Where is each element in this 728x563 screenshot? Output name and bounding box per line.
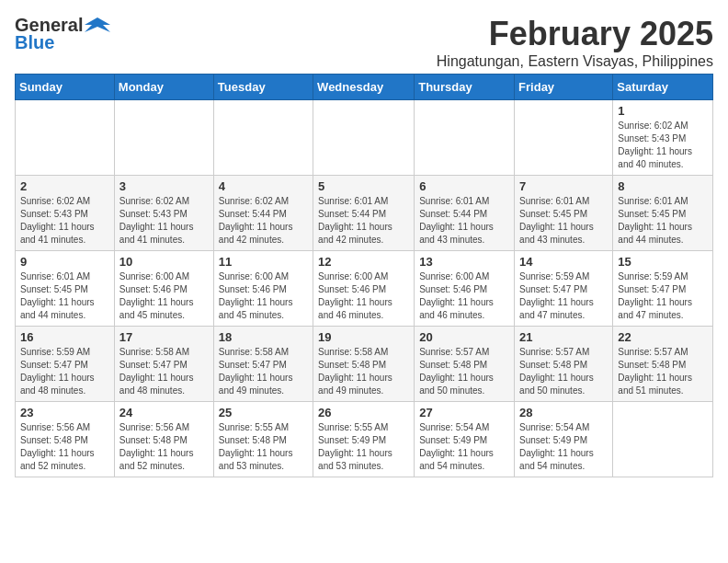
day-info: Sunrise: 6:01 AM Sunset: 5:45 PM Dayligh… (618, 195, 708, 247)
day-info: Sunrise: 5:57 AM Sunset: 5:48 PM Dayligh… (519, 346, 608, 397)
day-number: 5 (318, 179, 409, 193)
day-info: Sunrise: 6:00 AM Sunset: 5:46 PM Dayligh… (318, 270, 409, 322)
day-cell: 9Sunrise: 6:01 AM Sunset: 5:45 PM Daylig… (16, 251, 115, 327)
week-row-4: 23Sunrise: 5:56 AM Sunset: 5:48 PM Dayli… (16, 402, 713, 477)
day-info: Sunrise: 5:54 AM Sunset: 5:49 PM Dayligh… (419, 421, 509, 473)
logo-blue: Blue (15, 32, 54, 53)
day-info: Sunrise: 6:00 AM Sunset: 5:46 PM Dayligh… (219, 270, 308, 322)
day-number: 16 (20, 330, 109, 344)
day-info: Sunrise: 6:01 AM Sunset: 5:45 PM Dayligh… (20, 270, 109, 322)
day-cell: 23Sunrise: 5:56 AM Sunset: 5:48 PM Dayli… (16, 402, 115, 477)
day-number: 3 (119, 179, 209, 193)
day-number: 11 (219, 255, 308, 269)
day-cell (213, 100, 313, 176)
day-number: 20 (419, 330, 509, 344)
day-number: 1 (618, 104, 708, 118)
day-cell: 3Sunrise: 6:02 AM Sunset: 5:43 PM Daylig… (114, 176, 213, 251)
day-cell (613, 402, 713, 477)
day-info: Sunrise: 5:59 AM Sunset: 5:47 PM Dayligh… (618, 270, 708, 322)
day-number: 7 (519, 179, 608, 193)
day-info: Sunrise: 6:01 AM Sunset: 5:44 PM Dayligh… (419, 195, 509, 247)
day-number: 2 (20, 179, 109, 193)
day-cell (313, 100, 415, 176)
day-number: 24 (119, 406, 209, 419)
day-cell: 10Sunrise: 6:00 AM Sunset: 5:46 PM Dayli… (114, 251, 213, 327)
col-header-friday: Friday (515, 75, 613, 100)
day-number: 27 (419, 406, 509, 419)
day-cell: 26Sunrise: 5:55 AM Sunset: 5:49 PM Dayli… (313, 402, 415, 477)
title-section: February 2025 Hingatungan, Eastern Visay… (437, 15, 713, 70)
col-header-sunday: Sunday (16, 75, 115, 100)
day-number: 18 (219, 330, 308, 344)
day-number: 21 (519, 330, 608, 344)
week-row-3: 16Sunrise: 5:59 AM Sunset: 5:47 PM Dayli… (16, 327, 713, 402)
calendar-subtitle: Hingatungan, Eastern Visayas, Philippine… (437, 53, 713, 70)
calendar-table: SundayMondayTuesdayWednesdayThursdayFrid… (15, 74, 713, 477)
day-cell (16, 100, 115, 176)
day-info: Sunrise: 5:57 AM Sunset: 5:48 PM Dayligh… (618, 346, 708, 397)
day-info: Sunrise: 5:55 AM Sunset: 5:49 PM Dayligh… (318, 421, 409, 473)
day-info: Sunrise: 6:02 AM Sunset: 5:43 PM Dayligh… (618, 120, 708, 171)
day-number: 17 (119, 330, 209, 344)
day-cell: 12Sunrise: 6:00 AM Sunset: 5:46 PM Dayli… (313, 251, 415, 327)
header: General Blue February 2025 Hingatungan, … (15, 15, 713, 70)
day-cell: 11Sunrise: 6:00 AM Sunset: 5:46 PM Dayli… (213, 251, 313, 327)
day-info: Sunrise: 5:58 AM Sunset: 5:48 PM Dayligh… (318, 346, 409, 397)
day-info: Sunrise: 5:56 AM Sunset: 5:48 PM Dayligh… (119, 421, 209, 473)
day-info: Sunrise: 5:54 AM Sunset: 5:49 PM Dayligh… (519, 421, 608, 473)
day-number: 23 (20, 406, 109, 419)
day-number: 8 (618, 179, 708, 193)
day-cell: 22Sunrise: 5:57 AM Sunset: 5:48 PM Dayli… (613, 327, 713, 402)
day-number: 22 (618, 330, 708, 344)
col-header-monday: Monday (114, 75, 213, 100)
day-cell: 16Sunrise: 5:59 AM Sunset: 5:47 PM Dayli… (16, 327, 115, 402)
col-header-wednesday: Wednesday (313, 75, 415, 100)
day-number: 6 (419, 179, 509, 193)
day-cell (415, 100, 515, 176)
day-cell: 8Sunrise: 6:01 AM Sunset: 5:45 PM Daylig… (613, 176, 713, 251)
day-cell: 24Sunrise: 5:56 AM Sunset: 5:48 PM Dayli… (114, 402, 213, 477)
day-number: 25 (219, 406, 308, 419)
day-info: Sunrise: 6:02 AM Sunset: 5:43 PM Dayligh… (119, 195, 209, 247)
col-header-tuesday: Tuesday (213, 75, 313, 100)
day-cell: 1Sunrise: 6:02 AM Sunset: 5:43 PM Daylig… (613, 100, 713, 176)
week-row-0: 1Sunrise: 6:02 AM Sunset: 5:43 PM Daylig… (16, 100, 713, 176)
calendar-title: February 2025 (437, 15, 713, 53)
day-info: Sunrise: 5:56 AM Sunset: 5:48 PM Dayligh… (20, 421, 109, 473)
col-header-thursday: Thursday (415, 75, 515, 100)
day-cell: 20Sunrise: 5:57 AM Sunset: 5:48 PM Dayli… (415, 327, 515, 402)
logo: General Blue (15, 15, 110, 53)
day-cell: 6Sunrise: 6:01 AM Sunset: 5:44 PM Daylig… (415, 176, 515, 251)
day-number: 4 (219, 179, 308, 193)
day-info: Sunrise: 5:59 AM Sunset: 5:47 PM Dayligh… (519, 270, 608, 322)
day-cell: 14Sunrise: 5:59 AM Sunset: 5:47 PM Dayli… (515, 251, 613, 327)
day-cell: 13Sunrise: 6:00 AM Sunset: 5:46 PM Dayli… (415, 251, 515, 327)
day-cell: 18Sunrise: 5:58 AM Sunset: 5:47 PM Dayli… (213, 327, 313, 402)
day-info: Sunrise: 6:02 AM Sunset: 5:43 PM Dayligh… (20, 195, 109, 247)
day-number: 12 (318, 255, 409, 269)
day-cell: 15Sunrise: 5:59 AM Sunset: 5:47 PM Dayli… (613, 251, 713, 327)
day-number: 9 (20, 255, 109, 269)
day-number: 13 (419, 255, 509, 269)
day-info: Sunrise: 6:00 AM Sunset: 5:46 PM Dayligh… (119, 270, 209, 322)
day-number: 19 (318, 330, 409, 344)
day-info: Sunrise: 6:02 AM Sunset: 5:44 PM Dayligh… (219, 195, 308, 247)
day-cell: 7Sunrise: 6:01 AM Sunset: 5:45 PM Daylig… (515, 176, 613, 251)
day-cell: 19Sunrise: 5:58 AM Sunset: 5:48 PM Dayli… (313, 327, 415, 402)
logo-bird-icon (85, 16, 110, 36)
day-cell: 27Sunrise: 5:54 AM Sunset: 5:49 PM Dayli… (415, 402, 515, 477)
week-row-1: 2Sunrise: 6:02 AM Sunset: 5:43 PM Daylig… (16, 176, 713, 251)
day-cell: 21Sunrise: 5:57 AM Sunset: 5:48 PM Dayli… (515, 327, 613, 402)
day-info: Sunrise: 5:57 AM Sunset: 5:48 PM Dayligh… (419, 346, 509, 397)
day-info: Sunrise: 6:01 AM Sunset: 5:44 PM Dayligh… (318, 195, 409, 247)
day-number: 10 (119, 255, 209, 269)
day-number: 15 (618, 255, 708, 269)
col-header-saturday: Saturday (613, 75, 713, 100)
day-cell (114, 100, 213, 176)
day-info: Sunrise: 5:59 AM Sunset: 5:47 PM Dayligh… (20, 346, 109, 397)
day-cell (515, 100, 613, 176)
week-row-2: 9Sunrise: 6:01 AM Sunset: 5:45 PM Daylig… (16, 251, 713, 327)
day-number: 26 (318, 406, 409, 419)
day-number: 14 (519, 255, 608, 269)
day-cell: 5Sunrise: 6:01 AM Sunset: 5:44 PM Daylig… (313, 176, 415, 251)
